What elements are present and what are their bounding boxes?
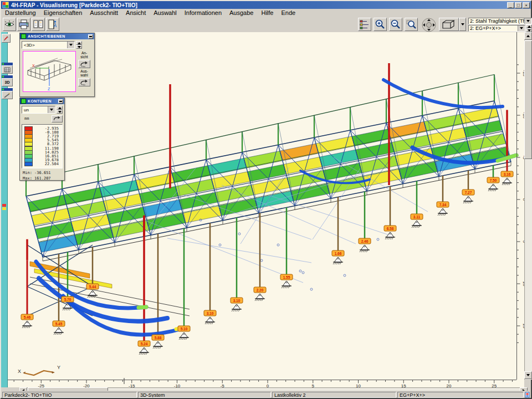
view-cube-dropdown[interactable]: [459, 18, 466, 31]
menu-auswahl[interactable]: Auswahl: [150, 9, 181, 16]
view-cube-button[interactable]: [439, 18, 459, 31]
spinner-down-icon[interactable]: [76, 45, 82, 49]
panel-konturen[interactable]: KONTUREN un mm -2.935-0.1082.7195.: [19, 98, 65, 181]
collapsed-panel-3d[interactable]: 3D: [2, 75, 13, 86]
menu-hilfe[interactable]: Hilfe: [257, 9, 277, 16]
strip-marker-yellow: [2, 207, 6, 210]
column-label: 1.55: [280, 274, 293, 280]
panel-ansicht-ebenen[interactable]: ANSICHT/EBENEN <3D>: [19, 33, 95, 97]
contour-type-dropdown[interactable]: un: [22, 106, 55, 114]
panel-icon: [21, 34, 26, 39]
minimize-button[interactable]: _: [507, 2, 514, 8]
support-symbol: [360, 245, 370, 252]
preview-axis-z: Z: [48, 87, 50, 91]
window-title: 4H-FRAP - Visualisierung [Parkdeck2- TIO…: [11, 2, 137, 8]
svg-text:3.16: 3.16: [504, 172, 511, 176]
view-dropdown-arrow-icon[interactable]: [67, 42, 74, 48]
view-selector-dropdown[interactable]: <3D>: [22, 41, 75, 49]
legend-swatch: [24, 162, 33, 166]
support-symbol: [153, 341, 163, 349]
menu-ende[interactable]: Ende: [277, 9, 299, 16]
sketch-tool-button[interactable]: [2, 34, 11, 43]
min-value: Min: -36.651: [20, 170, 64, 176]
app-icon: [2, 2, 9, 8]
legend-row: 22.504: [23, 162, 61, 166]
spinner-up-icon[interactable]: [526, 24, 532, 28]
support-symbol: [488, 184, 498, 191]
loadcase-value: 2: EG+P+X+>: [469, 25, 518, 31]
support-symbol: [282, 281, 291, 288]
collapsed-panel-raster[interactable]: [2, 63, 13, 74]
exit-door-icon: [47, 19, 58, 30]
menu-ansicht[interactable]: Ansicht: [122, 9, 150, 16]
view-spinner[interactable]: [76, 41, 82, 49]
spinner-up-icon[interactable]: [57, 106, 63, 110]
support-symbol: [54, 328, 64, 335]
ansicht-apply-button[interactable]: [78, 60, 90, 68]
report-pages-button[interactable]: [32, 18, 45, 31]
display-options-button[interactable]: [358, 18, 371, 31]
menu-informationen[interactable]: Informationen: [181, 9, 226, 16]
column-label: 3.16: [501, 171, 513, 177]
support-symbol: [255, 294, 265, 301]
printer-icon: [18, 19, 29, 30]
zoom-out-button[interactable]: [389, 18, 402, 31]
status-loadset: Lastkollektiv 2: [272, 392, 396, 398]
status-project: Parkdeck2- TIO+TIIO: [2, 392, 137, 398]
print-button[interactable]: [17, 18, 30, 31]
spinner-down-icon[interactable]: [57, 110, 63, 114]
support-symbol: [179, 332, 189, 340]
maximize-button[interactable]: □: [515, 2, 522, 8]
panel-close-icon[interactable]: [88, 34, 93, 39]
support-symbol: [385, 232, 395, 239]
zoom-in-button[interactable]: [374, 18, 387, 31]
support-symbol: [22, 321, 32, 328]
contour-settings-button[interactable]: [52, 115, 63, 122]
auswahl-apply-button[interactable]: [78, 78, 90, 86]
svg-text:5.70: 5.70: [64, 298, 71, 301]
pan-control[interactable]: [421, 18, 437, 32]
result-dropdown-arrow-icon[interactable]: [524, 18, 531, 24]
panel-titlebar[interactable]: KONTUREN: [20, 98, 64, 104]
panel-close-icon[interactable]: [58, 99, 63, 104]
svg-text:1.66: 1.66: [335, 252, 342, 255]
contour-spinner[interactable]: [57, 106, 63, 114]
zoom-window-button[interactable]: [405, 18, 418, 31]
axis-indicator: X Y: [15, 359, 65, 379]
panel-icon: [21, 99, 26, 104]
eye-icon: [4, 19, 15, 30]
menu-eigenschaften[interactable]: Eigenschaften: [40, 9, 86, 16]
scroll-down-icon[interactable]: [524, 371, 532, 379]
column-label: 5.88: [152, 335, 164, 340]
spinner-up-icon[interactable]: [76, 41, 82, 45]
title-bar[interactable]: 4H-FRAP - Visualisierung [Parkdeck2- TIO…: [1, 1, 531, 9]
menu-darstellung[interactable]: Darstellung: [1, 9, 40, 16]
ansicht-label: An- sicht: [80, 51, 88, 59]
loadcase-dropdown[interactable]: 2: EG+P+X+>: [468, 25, 525, 32]
close-button[interactable]: ×: [523, 2, 530, 8]
column-label: 5.24: [138, 341, 150, 346]
svg-text:3.10: 3.10: [207, 311, 214, 315]
spinner-down-icon[interactable]: [526, 28, 532, 32]
contour-dropdown-arrow-icon[interactable]: [48, 106, 55, 113]
menu-ausgabe[interactable]: Ausgabe: [226, 9, 257, 16]
curl-arrow-icon: [79, 79, 89, 86]
view-settings-button[interactable]: [3, 18, 16, 31]
app-window: 4H-FRAP - Visualisierung [Parkdeck2- TIO…: [0, 0, 532, 399]
exit-button[interactable]: [46, 18, 59, 31]
loadcase-dropdown-arrow-icon[interactable]: [518, 25, 525, 31]
column-label: 7.34: [437, 202, 449, 207]
result-type-dropdown[interactable]: 2: Stahl Tragfähigkeit (Th. 2. O: [468, 18, 532, 24]
model-preview[interactable]: X Z: [23, 51, 76, 92]
vscroll-thumb[interactable]: [524, 40, 532, 159]
panel-titlebar[interactable]: ANSICHT/EBENEN: [20, 33, 94, 39]
options-tree-icon: [359, 19, 370, 30]
column-label: 3.10: [204, 310, 216, 316]
vertical-scrollbar[interactable]: [524, 32, 532, 380]
legend-value: 22.504: [33, 162, 61, 166]
drawing-area: 5.465.455.705.445.245.885.103.103.102.20…: [1, 32, 531, 398]
collapsed-panel-pen[interactable]: [2, 88, 13, 99]
scroll-up-icon[interactable]: [524, 32, 532, 40]
menu-ausschnitt[interactable]: Ausschnitt: [86, 9, 122, 16]
loadcase-spinner[interactable]: [526, 24, 532, 32]
